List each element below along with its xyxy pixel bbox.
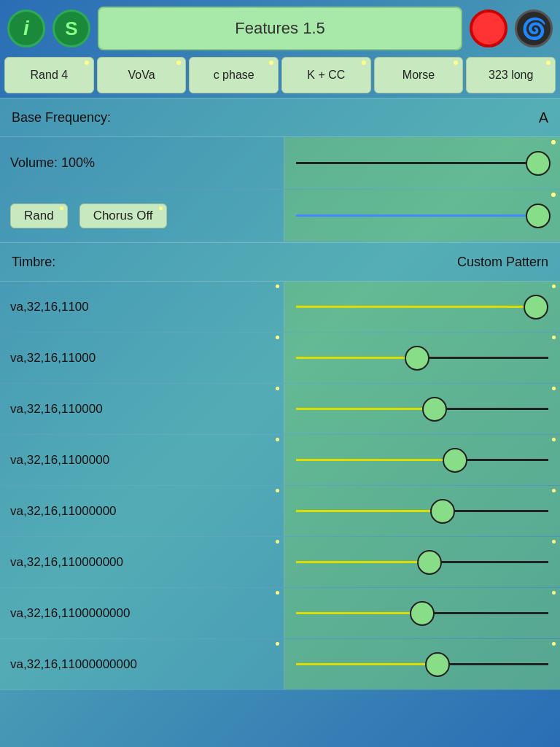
pattern-slider-6[interactable] [284, 588, 560, 638]
pattern-slider-7[interactable] [284, 639, 560, 689]
pattern-track-6[interactable] [296, 612, 548, 614]
pattern-slider-2[interactable] [284, 384, 560, 434]
pattern-slider-3[interactable] [284, 435, 560, 485]
chorus-track[interactable] [296, 214, 548, 217]
pattern-slider-dot-1 [552, 336, 556, 339]
pattern-row-7: va,32,16,11000000000 [0, 639, 560, 690]
volume-slider-area[interactable] [284, 137, 560, 189]
pattern-slider-1[interactable] [284, 333, 560, 383]
info-button[interactable]: i [7, 9, 45, 47]
rand-chorus-label-area: Rand Chorus Off [0, 190, 284, 241]
pattern-slider-dot-7 [552, 642, 556, 646]
chorus-knob[interactable] [526, 204, 551, 228]
pattern-slider-dot-5 [552, 540, 556, 543]
pattern-label-2: va,32,16,110000 [0, 384, 284, 434]
pattern-label-3: va,32,16,1100000 [0, 435, 284, 485]
pattern-row-4: va,32,16,11000000 [0, 486, 560, 537]
volume-knob[interactable] [526, 151, 551, 176]
pattern-slider-5[interactable] [284, 537, 560, 587]
volume-label: Volume: 100% [10, 155, 95, 171]
pattern-slider-4[interactable] [284, 486, 560, 536]
pattern-knob-7[interactable] [425, 652, 450, 677]
pattern-row-1: va,32,16,11000 [0, 333, 560, 384]
top-bar: i S Features 1.5 🌀 [0, 0, 560, 57]
preset-morse-label: Morse [402, 69, 435, 82]
pattern-label-dot-0 [276, 285, 279, 288]
preset-vova[interactable]: VoVa [97, 57, 187, 93]
preset-kcc[interactable]: K + CC [281, 57, 371, 93]
title-box: Features 1.5 [98, 7, 462, 50]
spiral-icon: 🌀 [521, 17, 547, 41]
rand-button[interactable]: Rand [10, 204, 68, 228]
info-icon: i [23, 17, 29, 40]
preset-morse[interactable]: Morse [374, 57, 464, 93]
presets-row: Rand 4 VoVa c phase K + CC Morse 323 lon… [0, 57, 560, 98]
pattern-label-dot-6 [276, 591, 279, 595]
pattern-track-2[interactable] [296, 408, 548, 410]
chorus-dot [551, 193, 556, 197]
pattern-label-dot-5 [276, 540, 279, 543]
pattern-label-dot-3 [276, 438, 279, 441]
pattern-slider-dot-6 [552, 591, 556, 595]
pattern-label-4: va,32,16,11000000 [0, 486, 284, 536]
pattern-knob-2[interactable] [422, 397, 447, 422]
pattern-slider-dot-3 [552, 438, 556, 441]
spiral-button[interactable]: 🌀 [515, 9, 553, 47]
pattern-label-1: va,32,16,11000 [0, 333, 284, 383]
pattern-slider-dot-4 [552, 489, 556, 492]
pattern-rows: va,32,16,1100 va,32,16,11000 [0, 282, 560, 690]
volume-row: Volume: 100% [0, 137, 560, 190]
chorus-button[interactable]: Chorus Off [79, 204, 167, 228]
preset-rand4[interactable]: Rand 4 [4, 57, 94, 93]
settings-button[interactable]: S [52, 9, 90, 47]
pattern-label-5: va,32,16,110000000 [0, 537, 284, 587]
preset-cphase-label: c phase [214, 69, 254, 82]
pattern-track-5[interactable] [296, 561, 548, 563]
pattern-slider-dot-0 [552, 285, 556, 288]
preset-323long-label: 323 long [489, 69, 533, 82]
pattern-label-0: va,32,16,1100 [0, 282, 284, 332]
pattern-row-5: va,32,16,110000000 [0, 537, 560, 588]
pattern-knob-3[interactable] [443, 448, 467, 473]
base-frequency-label: Base Frequency: [12, 110, 111, 125]
pattern-knob-6[interactable] [410, 601, 435, 626]
pattern-track-3[interactable] [296, 459, 548, 461]
pattern-label-dot-2 [276, 387, 279, 390]
volume-dot [551, 140, 556, 144]
pattern-label-dot-1 [276, 336, 279, 339]
pattern-knob-5[interactable] [417, 550, 442, 575]
timbre-row: Timbre: Custom Pattern [0, 242, 560, 282]
pattern-row-0: va,32,16,1100 [0, 282, 560, 333]
settings-icon: S [65, 18, 77, 40]
preset-rand4-label: Rand 4 [31, 69, 69, 82]
pattern-knob-4[interactable] [430, 499, 455, 524]
pattern-track-7[interactable] [296, 663, 548, 665]
preset-cphase[interactable]: c phase [189, 57, 279, 93]
rand-chorus-row: Rand Chorus Off [0, 190, 560, 242]
pattern-row-6: va,32,16,1100000000 [0, 588, 560, 639]
record-button[interactable] [470, 9, 508, 47]
pattern-track-4[interactable] [296, 510, 548, 512]
base-frequency-row: Base Frequency: A [0, 98, 560, 137]
app-title: Features 1.5 [235, 19, 325, 38]
timbre-label: Timbre: [12, 255, 55, 270]
preset-vova-label: VoVa [128, 69, 155, 82]
pattern-knob-0[interactable] [524, 295, 548, 320]
pattern-track-0[interactable] [296, 306, 548, 308]
pattern-label-6: va,32,16,1100000000 [0, 588, 284, 638]
pattern-slider-0[interactable] [284, 282, 560, 332]
pattern-knob-1[interactable] [405, 346, 429, 371]
pattern-slider-dot-2 [552, 387, 556, 390]
pattern-row-3: va,32,16,1100000 [0, 435, 560, 486]
pattern-label-dot-4 [276, 489, 279, 492]
pattern-label-dot-7 [276, 642, 279, 646]
pattern-track-1[interactable] [296, 357, 548, 359]
preset-323long[interactable]: 323 long [466, 57, 556, 93]
chorus-slider-area[interactable] [284, 190, 560, 241]
preset-kcc-label: K + CC [307, 69, 345, 82]
volume-label-area: Volume: 100% [0, 137, 284, 189]
pattern-label-7: va,32,16,11000000000 [0, 639, 284, 689]
volume-track[interactable] [296, 162, 548, 164]
pattern-row-2: va,32,16,110000 [0, 384, 560, 435]
base-frequency-value: A [539, 109, 548, 126]
